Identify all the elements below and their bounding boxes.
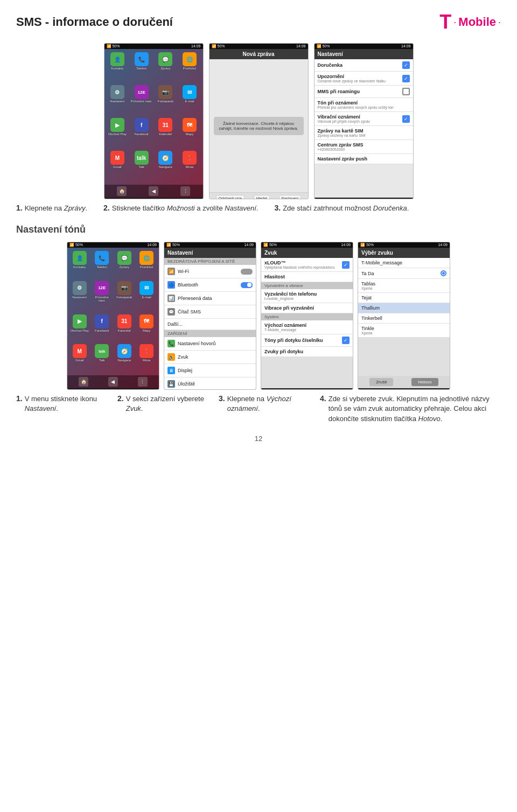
back-btn-2[interactable]: ◀: [108, 377, 118, 387]
app2-play[interactable]: ▶Obchod Play: [69, 314, 90, 342]
app-mapy[interactable]: 🗺Mapy: [179, 118, 201, 149]
step2-4-text: Zde si vyberete zvuk. Klepnutím na jedno…: [329, 394, 501, 424]
app2-kontakty[interactable]: 👤Kontakty: [69, 251, 90, 279]
zvuk-zvuky-dotyk[interactable]: Zvuky při dotyku: [261, 347, 353, 357]
vyberzv-tada[interactable]: Ta Da: [358, 268, 450, 279]
app2-navigace[interactable]: 🧭Navigace: [114, 344, 135, 372]
app-gmail[interactable]: MGmail: [107, 151, 129, 181]
display-icon: 🖥: [167, 367, 175, 374]
app-zpravy[interactable]: 💬Zprávy: [155, 52, 177, 83]
settings-vibrace[interactable]: Vibrační oznámeníVibrovat při příjeti no…: [315, 112, 413, 126]
menu-btn[interactable]: ⋮: [180, 186, 190, 196]
vyberzv-tablas[interactable]: TablasXperia: [358, 279, 450, 293]
btn-hotovo[interactable]: Hotovo: [411, 378, 438, 386]
app-mista[interactable]: 📍Místa: [179, 151, 201, 181]
app2-mapy[interactable]: 🗺Mapy: [137, 314, 157, 342]
screenshot-vyberzv: 📶 50% 14:09 Výběr zvuku T-Mobile_message…: [358, 242, 450, 390]
wifi-toggle[interactable]: [241, 269, 253, 275]
btn-nastaveni[interactable]: Nastavení: [279, 195, 302, 199]
home-btn-2[interactable]: 🏠: [79, 377, 88, 387]
app2-gmail[interactable]: MGmail: [69, 344, 90, 372]
app-telefon[interactable]: 📞Telefon: [130, 52, 152, 83]
menu-displej[interactable]: 🖥Displej: [164, 364, 256, 377]
menu-citac-sms[interactable]: 💬Čítač SMS: [164, 305, 256, 319]
status-bar-6: 📶 50% 14:09: [261, 242, 353, 248]
app2-email[interactable]: ✉E-mail: [137, 281, 157, 312]
app-email[interactable]: ✉E-mail: [179, 85, 201, 116]
checkbox-mms[interactable]: [402, 88, 410, 95]
app-nastaveni[interactable]: ⚙Nastavení: [107, 85, 129, 116]
steps-section1: 1. Klepnete na Zprávy. 2. Stisknete tlač…: [16, 204, 501, 213]
xloud-checkbox[interactable]: ✓: [342, 261, 350, 269]
settings-sim[interactable]: Zprávy na kartě SIMZprávy uloženy na kar…: [315, 126, 413, 140]
status-bar-7: 📶 50% 14:09: [358, 242, 450, 248]
settings-dorucenka[interactable]: Doručenka ✓: [315, 59, 413, 72]
btn-hledat[interactable]: Hledat: [254, 195, 270, 199]
btn-zrusit[interactable]: Zrušit: [369, 378, 393, 386]
app-pruvodce[interactable]: 12EPrůvodce nast.: [130, 85, 152, 116]
menu-nastaveni-hovoru[interactable]: 📞Nastavení hovorů: [164, 337, 256, 351]
step3-text: Zde stačí zatrhnout možnost Doručenka.: [283, 204, 409, 213]
step2-2: 2. V sekci zařízení vyberete Zvuk.: [117, 394, 208, 424]
checkbox-dorucenka[interactable]: ✓: [402, 61, 410, 69]
vyberzv-tinkle[interactable]: TinkleXperia: [358, 324, 450, 338]
zvuk-xloud[interactable]: xLOUD™Vylepšená hlasitost vnitřního repr…: [261, 258, 353, 272]
logo-t: T: [439, 11, 451, 33]
menu-uloziste[interactable]: 💾Úložiště: [164, 377, 256, 389]
app2-zpravy[interactable]: 💬Zprávy: [114, 251, 135, 279]
bluetooth-toggle[interactable]: [241, 282, 253, 288]
menu-zvuk[interactable]: 🔊Zvuk: [164, 351, 256, 364]
zvuk-vyzvaneci-ton[interactable]: Vyzváněcí tón telefonut-mobile_ringtone: [261, 289, 353, 303]
app2-talk[interactable]: talkTalk: [92, 344, 113, 372]
app-kalendar[interactable]: 31Kalendář: [155, 118, 177, 149]
app2-nastaveni[interactable]: ⚙Nastavení: [69, 281, 90, 312]
app2-mista[interactable]: 📍Místa: [137, 344, 157, 372]
menu-wifi[interactable]: 📶Wi-Fi: [164, 265, 256, 278]
home-btn[interactable]: 🏠: [117, 186, 127, 196]
wifi-icon: 📶: [167, 268, 175, 275]
menu-btn-2[interactable]: ⋮: [138, 377, 148, 387]
settings-push[interactable]: Nastavení zpráv push: [315, 154, 413, 164]
app-navigace[interactable]: 🧭Navigace: [155, 151, 177, 181]
menu-bluetooth[interactable]: 🔵Bluetooth: [164, 278, 256, 292]
app2-facebook[interactable]: fFacebook: [92, 314, 113, 342]
app2-telefon[interactable]: 📞Telefon: [92, 251, 113, 279]
screenshot-sms-settings: 📶 50% 14:09 Nastavení Doručenka ✓ Upozor…: [314, 43, 414, 199]
settings-mms-roaming[interactable]: MMS při roamingu: [315, 86, 413, 98]
vyberzv-tejat[interactable]: Tejat: [358, 293, 450, 303]
app2-pruvodce[interactable]: 12EPrůvodce nast.: [92, 281, 113, 312]
app-prohlizec[interactable]: 🌐Prohlížeč: [179, 52, 201, 83]
app2-kalendar[interactable]: 31Kalendář: [114, 314, 135, 342]
back-btn[interactable]: ◀: [149, 186, 158, 196]
vyberzv-buttons: Zrušit Hotovo: [358, 376, 450, 388]
step1-num: 1.: [16, 204, 23, 212]
checkbox-vibrace[interactable]: ✓: [402, 115, 410, 123]
step2-num: 2.: [103, 204, 110, 212]
settings-upozorneni[interactable]: UpozorněníOznámit nové zprávy ve stavové…: [315, 72, 413, 86]
checkbox-upozorneni[interactable]: ✓: [402, 75, 410, 82]
tony-cis-checkbox[interactable]: ✓: [342, 337, 350, 344]
settings-centrum[interactable]: Centrum zpráv SMS+420603052000: [315, 140, 413, 154]
btn-odstranit[interactable]: Odstranit více: [216, 195, 244, 199]
app2-prohlizec[interactable]: 🌐Prohlížeč: [137, 251, 157, 279]
page-number: 12: [16, 435, 501, 443]
status-bar-4: 📶 50% 14:09: [67, 242, 159, 248]
settings-ton[interactable]: Tón při oznámeníPřehrát pro oznámení nov…: [315, 98, 413, 112]
zvuk-vychozi-oznameni[interactable]: Výchozí oznámeníT-Mobile_message: [261, 320, 353, 334]
zvuk-tony-cis[interactable]: Tóny při dotyku číselníku ✓: [261, 334, 353, 347]
step2-1: 1. V menu stisknete ikonu Nastavení.: [16, 394, 107, 424]
menu-prenos-dat[interactable]: 📊Přenesená data: [164, 292, 256, 305]
zvuk-hlasitost[interactable]: Hlasitost: [261, 272, 353, 282]
app-facebook[interactable]: fFacebook: [130, 118, 152, 149]
vyberzv-thallium[interactable]: Thallium: [358, 303, 450, 313]
app2-foto[interactable]: 📷Fotoaparát: [114, 281, 135, 312]
app-fotoaparat[interactable]: 📷Fotoaparát: [155, 85, 177, 116]
vyberzv-tinkerbell[interactable]: Tinkerbell: [358, 313, 450, 324]
app-play[interactable]: ▶Obchod Play: [107, 118, 129, 149]
zvuk-vibrace[interactable]: Vibrace při vyzvánění: [261, 303, 353, 313]
app-kontakty[interactable]: 👤Kontakty: [107, 52, 129, 83]
vyberzv-tmobile-msg[interactable]: T-Mobile_message: [358, 258, 450, 268]
step2-3: 3. Klepnete na Výchozí oznámení.: [219, 394, 309, 424]
app-talk[interactable]: talkTalk: [130, 151, 152, 181]
menu-dalsi[interactable]: Další...: [164, 319, 256, 330]
